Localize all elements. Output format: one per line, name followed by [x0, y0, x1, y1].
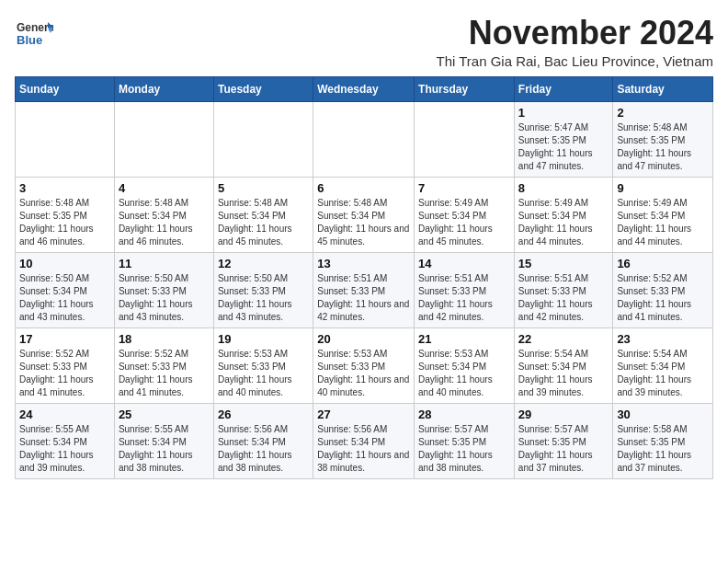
calendar-cell-4-6: 22Sunrise: 5:54 AMSunset: 5:34 PMDayligh… — [514, 327, 613, 403]
calendar-cell-2-3: 5Sunrise: 5:48 AMSunset: 5:34 PMDaylight… — [213, 177, 313, 252]
day-info: Sunrise: 5:47 AMSunset: 5:35 PMDaylight:… — [518, 121, 609, 173]
header-wednesday: Wednesday — [313, 76, 415, 101]
day-number: 15 — [518, 257, 609, 270]
week-row-1: 1Sunrise: 5:47 AMSunset: 5:35 PMDaylight… — [16, 101, 713, 177]
calendar-cell-5-3: 26Sunrise: 5:56 AMSunset: 5:34 PMDayligh… — [213, 403, 313, 478]
calendar-cell-2-7: 9Sunrise: 5:49 AMSunset: 5:34 PMDaylight… — [613, 177, 713, 252]
calendar-cell-2-6: 8Sunrise: 5:49 AMSunset: 5:34 PMDaylight… — [514, 177, 613, 252]
calendar-cell-1-4 — [313, 101, 415, 177]
day-info: Sunrise: 5:52 AMSunset: 5:33 PMDaylight:… — [19, 348, 110, 399]
week-row-5: 24Sunrise: 5:55 AMSunset: 5:34 PMDayligh… — [16, 403, 713, 478]
day-info: Sunrise: 5:51 AMSunset: 5:33 PMDaylight:… — [418, 272, 510, 324]
day-number: 5 — [218, 181, 309, 195]
page-header: General Blue November 2024 Thi Tran Gia … — [15, 15, 713, 69]
calendar-cell-3-5: 14Sunrise: 5:51 AMSunset: 5:33 PMDayligh… — [415, 252, 515, 327]
day-info: Sunrise: 5:51 AMSunset: 5:33 PMDaylight:… — [317, 272, 410, 324]
calendar-header: Sunday Monday Tuesday Wednesday Thursday… — [16, 76, 713, 101]
day-info: Sunrise: 5:49 AMSunset: 5:34 PMDaylight:… — [418, 197, 510, 248]
calendar-cell-4-1: 17Sunrise: 5:52 AMSunset: 5:33 PMDayligh… — [16, 327, 115, 403]
location-subtitle: Thi Tran Gia Rai, Bac Lieu Province, Vie… — [436, 53, 713, 69]
calendar-cell-3-4: 13Sunrise: 5:51 AMSunset: 5:33 PMDayligh… — [313, 252, 415, 327]
day-info: Sunrise: 5:55 AMSunset: 5:34 PMDaylight:… — [119, 423, 210, 475]
day-number: 8 — [518, 181, 609, 195]
calendar-cell-1-1 — [16, 101, 115, 177]
day-number: 26 — [218, 408, 309, 421]
day-info: Sunrise: 5:54 AMSunset: 5:34 PMDaylight:… — [518, 348, 609, 399]
day-info: Sunrise: 5:53 AMSunset: 5:33 PMDaylight:… — [218, 348, 309, 399]
month-year-title: November 2024 — [436, 15, 713, 52]
calendar-cell-3-7: 16Sunrise: 5:52 AMSunset: 5:33 PMDayligh… — [613, 252, 713, 327]
day-number: 19 — [218, 332, 309, 346]
day-info: Sunrise: 5:48 AMSunset: 5:34 PMDaylight:… — [218, 197, 309, 248]
calendar-cell-5-6: 29Sunrise: 5:57 AMSunset: 5:35 PMDayligh… — [514, 403, 613, 478]
calendar-cell-2-4: 6Sunrise: 5:48 AMSunset: 5:34 PMDaylight… — [313, 177, 415, 252]
day-info: Sunrise: 5:54 AMSunset: 5:34 PMDaylight:… — [617, 348, 709, 399]
calendar-cell-5-2: 25Sunrise: 5:55 AMSunset: 5:34 PMDayligh… — [114, 403, 213, 478]
day-info: Sunrise: 5:55 AMSunset: 5:34 PMDaylight:… — [19, 423, 110, 475]
header-tuesday: Tuesday — [213, 76, 313, 101]
day-number: 23 — [617, 332, 709, 346]
day-info: Sunrise: 5:57 AMSunset: 5:35 PMDaylight:… — [518, 423, 609, 475]
calendar-cell-4-3: 19Sunrise: 5:53 AMSunset: 5:33 PMDayligh… — [213, 327, 313, 403]
day-info: Sunrise: 5:53 AMSunset: 5:33 PMDaylight:… — [317, 348, 410, 399]
day-number: 21 — [418, 332, 510, 346]
day-number: 13 — [317, 257, 410, 270]
day-number: 14 — [418, 257, 510, 270]
day-number: 25 — [119, 408, 210, 421]
day-info: Sunrise: 5:56 AMSunset: 5:34 PMDaylight:… — [218, 423, 309, 475]
day-info: Sunrise: 5:48 AMSunset: 5:35 PMDaylight:… — [19, 197, 110, 248]
day-number: 10 — [19, 257, 110, 270]
day-number: 29 — [518, 408, 609, 421]
day-info: Sunrise: 5:50 AMSunset: 5:33 PMDaylight:… — [218, 272, 309, 324]
calendar-cell-2-2: 4Sunrise: 5:48 AMSunset: 5:34 PMDaylight… — [114, 177, 213, 252]
calendar-cell-4-7: 23Sunrise: 5:54 AMSunset: 5:34 PMDayligh… — [613, 327, 713, 403]
calendar-cell-1-5 — [415, 101, 515, 177]
calendar-cell-5-1: 24Sunrise: 5:55 AMSunset: 5:34 PMDayligh… — [16, 403, 115, 478]
calendar-cell-1-6: 1Sunrise: 5:47 AMSunset: 5:35 PMDaylight… — [514, 101, 613, 177]
header-saturday: Saturday — [613, 76, 713, 101]
day-info: Sunrise: 5:48 AMSunset: 5:35 PMDaylight:… — [617, 121, 709, 173]
calendar-cell-1-7: 2Sunrise: 5:48 AMSunset: 5:35 PMDaylight… — [613, 101, 713, 177]
day-number: 24 — [19, 408, 110, 421]
day-info: Sunrise: 5:50 AMSunset: 5:33 PMDaylight:… — [119, 272, 210, 324]
calendar-cell-2-1: 3Sunrise: 5:48 AMSunset: 5:35 PMDaylight… — [16, 177, 115, 252]
calendar-table: Sunday Monday Tuesday Wednesday Thursday… — [15, 76, 713, 479]
calendar-cell-4-2: 18Sunrise: 5:52 AMSunset: 5:33 PMDayligh… — [114, 327, 213, 403]
day-number: 27 — [317, 408, 410, 421]
day-info: Sunrise: 5:58 AMSunset: 5:35 PMDaylight:… — [617, 423, 709, 475]
day-info: Sunrise: 5:51 AMSunset: 5:33 PMDaylight:… — [518, 272, 609, 324]
week-row-3: 10Sunrise: 5:50 AMSunset: 5:34 PMDayligh… — [16, 252, 713, 327]
calendar-cell-3-6: 15Sunrise: 5:51 AMSunset: 5:33 PMDayligh… — [514, 252, 613, 327]
calendar-cell-1-3 — [213, 101, 313, 177]
day-number: 12 — [218, 257, 309, 270]
day-number: 9 — [617, 181, 709, 195]
calendar-cell-4-5: 21Sunrise: 5:53 AMSunset: 5:34 PMDayligh… — [415, 327, 515, 403]
svg-text:Blue: Blue — [17, 33, 42, 47]
day-number: 4 — [119, 181, 210, 195]
day-number: 2 — [617, 106, 709, 120]
week-row-4: 17Sunrise: 5:52 AMSunset: 5:33 PMDayligh… — [16, 327, 713, 403]
day-info: Sunrise: 5:49 AMSunset: 5:34 PMDaylight:… — [617, 197, 709, 248]
header-monday: Monday — [114, 76, 213, 101]
day-number: 20 — [317, 332, 410, 346]
calendar-cell-3-1: 10Sunrise: 5:50 AMSunset: 5:34 PMDayligh… — [16, 252, 115, 327]
calendar-cell-5-7: 30Sunrise: 5:58 AMSunset: 5:35 PMDayligh… — [613, 403, 713, 478]
day-info: Sunrise: 5:56 AMSunset: 5:34 PMDaylight:… — [317, 423, 410, 475]
day-number: 6 — [317, 181, 410, 195]
title-block: November 2024 Thi Tran Gia Rai, Bac Lieu… — [436, 15, 713, 69]
header-sunday: Sunday — [16, 76, 115, 101]
day-number: 30 — [617, 408, 709, 421]
day-number: 17 — [19, 332, 110, 346]
day-number: 11 — [119, 257, 210, 270]
logo: General Blue — [15, 15, 53, 50]
calendar-cell-3-3: 12Sunrise: 5:50 AMSunset: 5:33 PMDayligh… — [213, 252, 313, 327]
day-number: 16 — [617, 257, 709, 270]
day-info: Sunrise: 5:52 AMSunset: 5:33 PMDaylight:… — [119, 348, 210, 399]
logo-icon: General Blue — [15, 15, 53, 50]
day-number: 1 — [518, 106, 609, 120]
day-number: 7 — [418, 181, 510, 195]
calendar-cell-5-4: 27Sunrise: 5:56 AMSunset: 5:34 PMDayligh… — [313, 403, 415, 478]
day-number: 28 — [418, 408, 510, 421]
day-info: Sunrise: 5:49 AMSunset: 5:34 PMDaylight:… — [518, 197, 609, 248]
calendar-cell-5-5: 28Sunrise: 5:57 AMSunset: 5:35 PMDayligh… — [415, 403, 515, 478]
